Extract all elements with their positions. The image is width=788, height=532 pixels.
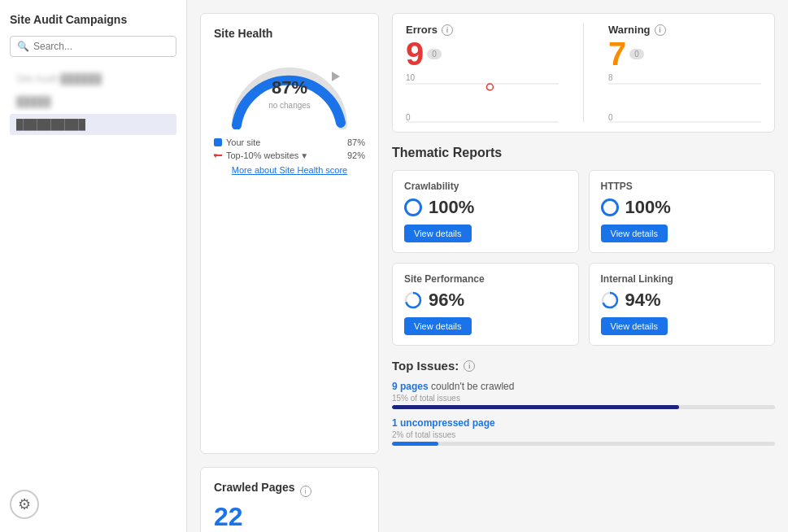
search-box[interactable]: 🔍 bbox=[10, 36, 176, 57]
thematic-crawlability: Crawlability 100% View details bbox=[392, 170, 579, 253]
issue-item-1: 9 pages couldn't be crawled 15% of total… bbox=[392, 381, 775, 409]
top10-value: 92% bbox=[347, 150, 365, 160]
your-site-value: 87% bbox=[347, 137, 365, 147]
search-icon: 🔍 bbox=[17, 41, 29, 52]
your-site-label: Your site bbox=[226, 137, 260, 147]
warnings-number: 7 bbox=[608, 37, 626, 70]
thematic-performance: Site Performance 96% View details bbox=[392, 263, 579, 346]
thematic-performance-title: Site Performance bbox=[404, 273, 567, 285]
site-health-title: Site Health bbox=[214, 27, 365, 40]
errors-info-icon[interactable]: i bbox=[442, 24, 453, 36]
issue-text-1: 9 pages couldn't be crawled bbox=[392, 381, 775, 392]
issue-sub-1: 15% of total issues bbox=[392, 394, 775, 403]
warnings-chart-top: 8 bbox=[608, 73, 613, 82]
errors-label: Errors i bbox=[406, 24, 559, 36]
errors-chart-top: 10 bbox=[406, 73, 415, 82]
sidebar-bottom: ⚙ bbox=[10, 490, 176, 519]
sidebar-title: Site Audit Campaigns bbox=[10, 13, 176, 26]
top10-icon: ▼ bbox=[214, 155, 222, 156]
gauge-center-text: 87% no changes bbox=[268, 77, 311, 111]
issue-bar-bg-1 bbox=[392, 405, 775, 409]
https-circle-icon bbox=[601, 198, 619, 216]
crawled-pages-number: 22 bbox=[214, 502, 365, 532]
thematic-grid: Crawlability 100% View details HTTPS 100… bbox=[392, 170, 775, 346]
top-issues-section: Top Issues: i 9 pages couldn't be crawle… bbox=[392, 359, 775, 446]
errors-chart-svg bbox=[406, 83, 559, 124]
crawled-pages-info-icon[interactable]: i bbox=[300, 486, 311, 497]
top10-legend: ▼ Top-10% websites ▼ 92% bbox=[214, 150, 365, 160]
thematic-internal-linking-score-row: 94% bbox=[601, 290, 764, 311]
top-issues-info-icon[interactable]: i bbox=[464, 360, 475, 372]
gauge-container: 87% no changes bbox=[214, 48, 365, 129]
settings-button[interactable]: ⚙ bbox=[10, 490, 39, 519]
thematic-crawlability-score-row: 100% bbox=[404, 197, 567, 218]
internal-linking-score: 94% bbox=[625, 290, 661, 311]
crawlability-circle-icon bbox=[404, 198, 422, 216]
thematic-https-score-row: 100% bbox=[601, 197, 764, 218]
https-score: 100% bbox=[625, 197, 671, 218]
sidebar-item-3[interactable]: ██████████ bbox=[10, 114, 176, 135]
warnings-info-icon[interactable]: i bbox=[655, 24, 666, 36]
issue-bar-bg-2 bbox=[392, 442, 775, 446]
errors-number: 9 bbox=[406, 37, 424, 70]
top-issues-title: Top Issues: i bbox=[392, 359, 775, 373]
site-health-card: Site Health 87% no changes Your site bbox=[200, 13, 379, 454]
errors-chart-bottom: 0 bbox=[406, 113, 411, 122]
thematic-internal-linking: Internal Linking 94% View details bbox=[589, 263, 776, 346]
issue-link-1[interactable]: 9 pages bbox=[392, 381, 429, 392]
sidebar: Site Audit Campaigns 🔍 Site Audit ██████… bbox=[0, 0, 187, 532]
your-site-dot bbox=[214, 138, 222, 146]
crawled-pages-title: Crawled Pages bbox=[214, 481, 295, 494]
warnings-badge: 0 bbox=[629, 49, 644, 59]
warnings-label: Warning i bbox=[608, 24, 761, 36]
warnings-chart-bottom: 0 bbox=[608, 113, 613, 122]
thematic-performance-score-row: 96% bbox=[404, 290, 567, 311]
https-view-details[interactable]: View details bbox=[601, 225, 668, 242]
top10-label: Top-10% websites bbox=[226, 150, 298, 160]
top-row: Site Health 87% no changes Your site bbox=[200, 13, 775, 454]
performance-view-details[interactable]: View details bbox=[404, 317, 472, 335]
performance-score: 96% bbox=[429, 290, 464, 311]
gauge-sub: no changes bbox=[268, 101, 311, 110]
main-content: Site Health 87% no changes Your site bbox=[187, 0, 788, 532]
thematic-https-title: HTTPS bbox=[601, 181, 764, 192]
issue-link-2[interactable]: 1 uncompressed page bbox=[392, 417, 495, 429]
errors-badge: 0 bbox=[427, 49, 442, 59]
internal-linking-circle-icon bbox=[601, 291, 619, 309]
bottom-row: Crawled Pages i 22 → Healthy bbox=[200, 467, 775, 532]
gauge-percent: 87% bbox=[268, 77, 311, 98]
sidebar-item-2[interactable]: █████ bbox=[10, 91, 176, 112]
errors-chart: 10 0 bbox=[406, 73, 559, 122]
issue-sub-2: 2% of total issues bbox=[392, 430, 775, 439]
ew-row: Errors i 9 0 10 0 bbox=[392, 13, 775, 133]
svg-point-2 bbox=[486, 84, 493, 90]
issue-item-2: 1 uncompressed page 2% of total issues bbox=[392, 417, 775, 446]
issue-bar-fill-1 bbox=[392, 405, 679, 409]
issue-bar-fill-2 bbox=[392, 442, 438, 446]
your-site-legend: Your site 87% bbox=[214, 137, 365, 147]
gear-icon: ⚙ bbox=[18, 495, 31, 513]
crawlability-view-details[interactable]: View details bbox=[404, 225, 472, 242]
thematic-reports-section: Thematic Reports Crawlability 100% View … bbox=[392, 146, 775, 454]
top10-arrow: ▼ bbox=[300, 151, 308, 160]
more-site-health-link[interactable]: More about Site Health score bbox=[214, 165, 365, 175]
errors-section: Errors i 9 0 10 0 bbox=[406, 24, 583, 122]
errors-warnings-area: Errors i 9 0 10 0 bbox=[392, 13, 775, 454]
thematic-https: HTTPS 100% View details bbox=[589, 170, 776, 253]
warnings-section: Warning i 7 0 8 0 bbox=[583, 24, 761, 122]
internal-linking-view-details[interactable]: View details bbox=[601, 317, 668, 335]
thematic-title: Thematic Reports bbox=[392, 146, 775, 160]
warnings-chart-svg bbox=[608, 83, 761, 124]
performance-circle-icon bbox=[404, 291, 422, 309]
crawled-pages-card: Crawled Pages i 22 → Healthy bbox=[200, 467, 379, 532]
thematic-crawlability-title: Crawlability bbox=[404, 181, 567, 192]
sidebar-item-1[interactable]: Site Audit ██████ bbox=[10, 68, 176, 89]
search-input[interactable] bbox=[33, 41, 169, 52]
warnings-chart: 8 0 bbox=[608, 73, 761, 122]
thematic-internal-linking-title: Internal Linking bbox=[601, 273, 764, 285]
crawlability-score: 100% bbox=[429, 197, 474, 218]
gauge-arrow bbox=[332, 72, 340, 81]
issue-text-2: 1 uncompressed page bbox=[392, 417, 775, 429]
